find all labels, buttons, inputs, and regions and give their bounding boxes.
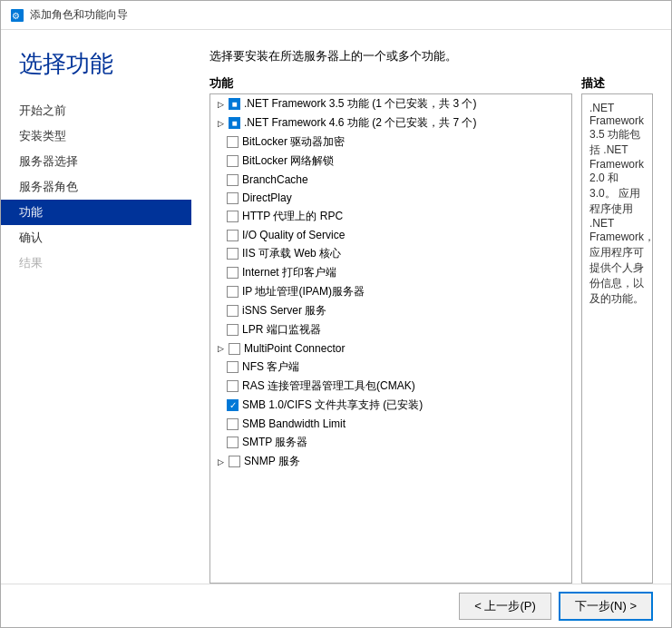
checkbox-smtp[interactable] <box>227 437 239 448</box>
feature-branchcache[interactable]: BranchCache <box>210 171 571 189</box>
checkbox-branchcache[interactable] <box>227 174 239 186</box>
expand-dotnet35[interactable]: ▷ <box>214 98 227 111</box>
feature-name-dotnet35: .NET Framework 3.5 功能 (1 个已安装，共 3 个) <box>244 96 568 112</box>
nav-item-install-type[interactable]: 安装类型 <box>1 123 191 149</box>
feature-name-dotnet46: .NET Framework 4.6 功能 (2 个已安装，共 7 个) <box>244 115 568 131</box>
window-icon: ⚙ <box>10 8 24 23</box>
feature-name-http-rpc: HTTP 代理上的 RPC <box>242 209 568 224</box>
description-content: .NET Framework 3.5 功能包括 .NET Framework 2… <box>589 102 653 305</box>
expand-dotnet46[interactable]: ▷ <box>214 117 227 130</box>
checkbox-dotnet35[interactable]: ■ <box>229 98 240 110</box>
checkbox-internet-print[interactable] <box>227 267 239 279</box>
feature-smtp[interactable]: SMTP 服务器 <box>210 433 571 452</box>
checkbox-nfs[interactable] <box>227 361 239 373</box>
nav-item-server-role[interactable]: 服务器角色 <box>1 174 191 200</box>
main-content: ▷ ■ .NET Framework 3.5 功能 (1 个已安装，共 3 个)… <box>209 93 653 584</box>
feature-name-smb-bandwidth: SMB Bandwidth Limit <box>242 417 568 430</box>
description-panel: .NET Framework 3.5 功能包括 .NET Framework 2… <box>581 93 653 584</box>
feature-multipoint[interactable]: ▷ MultiPoint Connector <box>210 339 571 358</box>
feature-name-directplay: DirectPlay <box>242 191 568 204</box>
feature-name-bitlocker-network: BitLocker 网络解锁 <box>242 153 568 169</box>
checkbox-snmp[interactable] <box>229 456 240 467</box>
checkbox-isns[interactable] <box>227 305 239 317</box>
feature-name-ras-cmak: RAS 连接管理器管理工具包(CMAK) <box>242 378 568 394</box>
page-title: 选择功能 <box>1 48 191 98</box>
checkbox-smb-bandwidth[interactable] <box>227 418 239 430</box>
feature-nfs[interactable]: NFS 客户端 <box>210 358 571 377</box>
feature-name-lpr: LPR 端口监视器 <box>242 322 568 338</box>
feature-name-iis-web: IIS 可承载 Web 核心 <box>242 246 568 261</box>
nav-item-confirm[interactable]: 确认 <box>1 225 191 250</box>
feature-internet-print[interactable]: Internet 打印客户端 <box>210 263 571 282</box>
features-list[interactable]: ▷ ■ .NET Framework 3.5 功能 (1 个已安装，共 3 个)… <box>209 93 572 584</box>
footer: < 上一步(P) 下一步(N) > <box>1 584 671 627</box>
nav-item-start[interactable]: 开始之前 <box>1 98 191 123</box>
feature-name-bitlocker-drive: BitLocker 驱动器加密 <box>242 134 568 150</box>
feature-smb-bandwidth[interactable]: SMB Bandwidth Limit <box>210 415 571 433</box>
feature-dotnet35[interactable]: ▷ ■ .NET Framework 3.5 功能 (1 个已安装，共 3 个) <box>210 94 571 113</box>
feature-iis-web[interactable]: IIS 可承载 Web 核心 <box>210 244 571 263</box>
feature-snmp[interactable]: ▷ SNMP 服务 <box>210 452 571 471</box>
feature-ras-cmak[interactable]: RAS 连接管理器管理工具包(CMAK) <box>210 377 571 396</box>
feature-name-smtp: SMTP 服务器 <box>242 435 568 450</box>
feature-dotnet46[interactable]: ▷ ■ .NET Framework 4.6 功能 (2 个已安装，共 7 个) <box>210 113 571 132</box>
features-label: 功能 <box>209 76 233 90</box>
right-panel: 选择要安装在所选服务器上的一个或多个功能。 功能 描述 ▷ ■ .NET Fra… <box>191 30 671 584</box>
feature-name-ipam: IP 地址管理(IPAM)服务器 <box>242 284 568 299</box>
checkbox-iis-web[interactable] <box>227 248 239 260</box>
expand-multipoint[interactable]: ▷ <box>214 342 227 355</box>
feature-name-multipoint: MultiPoint Connector <box>244 342 568 355</box>
feature-name-smb1: SMB 1.0/CIFS 文件共享支持 (已安装) <box>242 397 568 413</box>
description-label: 描述 <box>581 76 605 90</box>
nav-item-result: 结果 <box>1 250 191 276</box>
checkbox-dotnet46[interactable]: ■ <box>229 117 240 129</box>
checkbox-directplay[interactable] <box>227 192 239 204</box>
feature-directplay[interactable]: DirectPlay <box>210 189 571 207</box>
feature-name-snmp: SNMP 服务 <box>244 454 568 469</box>
feature-name-internet-print: Internet 打印客户端 <box>242 265 568 280</box>
feature-name-branchcache: BranchCache <box>242 173 568 186</box>
title-bar: ⚙ 添加角色和功能向导 <box>1 1 671 30</box>
checkbox-bitlocker-drive[interactable] <box>227 136 239 148</box>
checkbox-multipoint[interactable] <box>229 343 240 355</box>
nav-item-server-select[interactable]: 服务器选择 <box>1 149 191 174</box>
description-text: 选择要安装在所选服务器上的一个或多个功能。 <box>209 48 653 64</box>
svg-text:⚙: ⚙ <box>12 11 20 21</box>
checkbox-smb1[interactable]: ✓ <box>227 399 239 411</box>
checkbox-ras-cmak[interactable] <box>227 380 239 392</box>
expand-snmp[interactable]: ▷ <box>214 456 227 468</box>
feature-ipam[interactable]: IP 地址管理(IPAM)服务器 <box>210 282 571 301</box>
window-title: 添加角色和功能向导 <box>30 7 128 23</box>
feature-smb1[interactable]: ✓ SMB 1.0/CIFS 文件共享支持 (已安装) <box>210 396 571 415</box>
nav-item-features[interactable]: 功能 <box>1 200 191 225</box>
left-panel: 选择功能 开始之前 安装类型 服务器选择 服务器角色 功能 确认 结果 <box>1 30 191 584</box>
window: ⚙ 添加角色和功能向导 选择功能 开始之前 安装类型 服务器选择 服务器角色 功… <box>0 0 672 628</box>
feature-lpr[interactable]: LPR 端口监视器 <box>210 320 571 339</box>
checkbox-ipam[interactable] <box>227 286 239 298</box>
feature-name-isns: iSNS Server 服务 <box>242 303 568 319</box>
feature-name-nfs: NFS 客户端 <box>242 359 568 375</box>
feature-name-io-qos: I/O Quality of Service <box>242 229 568 241</box>
checkbox-http-rpc[interactable] <box>227 211 239 222</box>
feature-http-rpc[interactable]: HTTP 代理上的 RPC <box>210 207 571 226</box>
checkbox-lpr[interactable] <box>227 324 239 336</box>
checkbox-io-qos[interactable] <box>227 230 239 241</box>
column-headers: 功能 描述 <box>209 75 653 92</box>
checkbox-bitlocker-network[interactable] <box>227 155 239 167</box>
feature-bitlocker-network[interactable]: BitLocker 网络解锁 <box>210 152 571 171</box>
feature-isns[interactable]: iSNS Server 服务 <box>210 301 571 320</box>
content-area: 选择功能 开始之前 安装类型 服务器选择 服务器角色 功能 确认 结果 选择要安… <box>1 30 671 584</box>
feature-bitlocker-drive[interactable]: BitLocker 驱动器加密 <box>210 132 571 152</box>
prev-button[interactable]: < 上一步(P) <box>459 593 551 620</box>
next-button[interactable]: 下一步(N) > <box>559 592 653 621</box>
nav-list: 开始之前 安装类型 服务器选择 服务器角色 功能 确认 结果 <box>1 98 191 276</box>
feature-io-qos[interactable]: I/O Quality of Service <box>210 226 571 244</box>
